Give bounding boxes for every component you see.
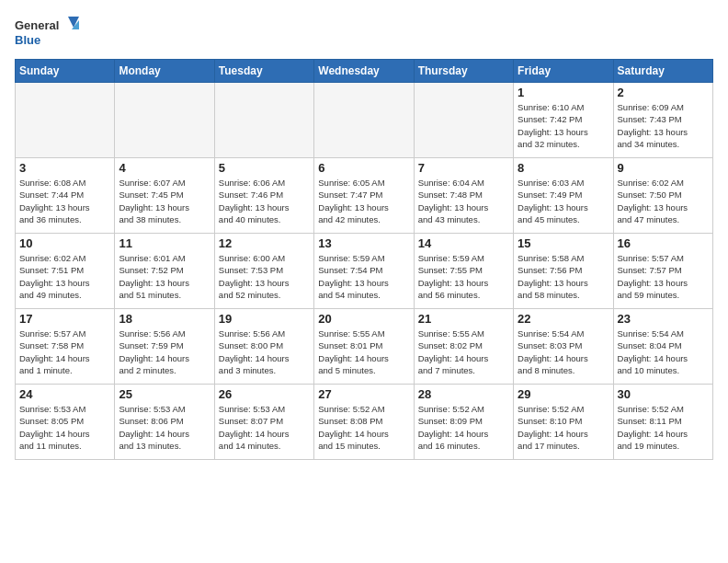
day-info: Sunrise: 5:52 AM Sunset: 8:10 PM Dayligh… (518, 403, 609, 452)
calendar-cell-4-0: 24Sunrise: 5:53 AM Sunset: 8:05 PM Dayli… (16, 385, 115, 460)
day-number: 29 (518, 387, 609, 401)
day-info: Sunrise: 6:05 AM Sunset: 7:47 PM Dayligh… (318, 177, 409, 225)
calendar-cell-0-2 (214, 83, 313, 158)
calendar-cell-0-1 (115, 83, 214, 158)
calendar-cell-2-4: 14Sunrise: 5:59 AM Sunset: 7:55 PM Dayli… (414, 234, 513, 309)
calendar-cell-1-5: 8Sunrise: 6:03 AM Sunset: 7:49 PM Daylig… (514, 158, 613, 234)
calendar-cell-2-1: 11Sunrise: 6:01 AM Sunset: 7:52 PM Dayli… (115, 234, 214, 309)
logo-svg: General Blue (15, 15, 79, 52)
week-row-1: 1Sunrise: 6:10 AM Sunset: 7:42 PM Daylig… (16, 83, 713, 158)
day-info: Sunrise: 6:06 AM Sunset: 7:46 PM Dayligh… (219, 177, 310, 225)
calendar-cell-1-4: 7Sunrise: 6:04 AM Sunset: 7:48 PM Daylig… (414, 158, 513, 234)
calendar-cell-0-3 (314, 83, 414, 158)
day-info: Sunrise: 5:53 AM Sunset: 8:07 PM Dayligh… (219, 403, 310, 452)
calendar-cell-2-6: 16Sunrise: 5:57 AM Sunset: 7:57 PM Dayli… (613, 234, 712, 309)
day-info: Sunrise: 6:07 AM Sunset: 7:45 PM Dayligh… (119, 177, 210, 225)
day-number: 4 (119, 161, 210, 175)
calendar-cell-1-1: 4Sunrise: 6:07 AM Sunset: 7:45 PM Daylig… (115, 158, 214, 234)
calendar-cell-3-4: 21Sunrise: 5:55 AM Sunset: 8:02 PM Dayli… (414, 309, 513, 385)
day-info: Sunrise: 5:55 AM Sunset: 8:02 PM Dayligh… (418, 327, 509, 376)
calendar-cell-0-4 (414, 83, 513, 158)
logo: General Blue (15, 15, 79, 52)
day-number: 27 (318, 387, 409, 401)
calendar-cell-3-5: 22Sunrise: 5:54 AM Sunset: 8:03 PM Dayli… (514, 309, 613, 385)
day-number: 26 (219, 387, 310, 401)
day-number: 15 (518, 236, 609, 250)
svg-text:General: General (15, 18, 59, 32)
day-number: 19 (219, 312, 310, 326)
week-row-5: 24Sunrise: 5:53 AM Sunset: 8:05 PM Dayli… (16, 385, 713, 460)
day-number: 1 (518, 86, 609, 99)
day-number: 7 (418, 161, 509, 175)
day-number: 11 (119, 236, 210, 250)
day-info: Sunrise: 5:58 AM Sunset: 7:56 PM Dayligh… (518, 252, 609, 301)
calendar-cell-0-5: 1Sunrise: 6:10 AM Sunset: 7:42 PM Daylig… (514, 83, 613, 158)
day-number: 24 (19, 387, 110, 401)
calendar-cell-4-3: 27Sunrise: 5:52 AM Sunset: 8:08 PM Dayli… (314, 385, 414, 460)
day-number: 30 (618, 387, 709, 401)
day-number: 25 (119, 387, 210, 401)
day-info: Sunrise: 5:54 AM Sunset: 8:03 PM Dayligh… (518, 327, 609, 376)
day-info: Sunrise: 5:56 AM Sunset: 7:59 PM Dayligh… (119, 327, 210, 376)
day-info: Sunrise: 5:53 AM Sunset: 8:06 PM Dayligh… (119, 403, 210, 452)
calendar-cell-4-2: 26Sunrise: 5:53 AM Sunset: 8:07 PM Dayli… (214, 385, 313, 460)
header-wednesday: Wednesday (314, 60, 414, 83)
day-info: Sunrise: 6:08 AM Sunset: 7:44 PM Dayligh… (19, 177, 110, 225)
day-number: 21 (418, 312, 509, 326)
day-number: 12 (219, 236, 310, 250)
day-number: 6 (318, 161, 409, 175)
calendar-cell-4-5: 29Sunrise: 5:52 AM Sunset: 8:10 PM Dayli… (514, 385, 613, 460)
day-info: Sunrise: 6:02 AM Sunset: 7:50 PM Dayligh… (618, 177, 709, 225)
header-monday: Monday (115, 60, 214, 83)
calendar-cell-4-4: 28Sunrise: 5:52 AM Sunset: 8:09 PM Dayli… (414, 385, 513, 460)
calendar-cell-4-6: 30Sunrise: 5:52 AM Sunset: 8:11 PM Dayli… (613, 385, 712, 460)
day-info: Sunrise: 6:01 AM Sunset: 7:52 PM Dayligh… (119, 252, 210, 301)
calendar-cell-4-1: 25Sunrise: 5:53 AM Sunset: 8:06 PM Dayli… (115, 385, 214, 460)
header-sunday: Sunday (16, 60, 115, 83)
day-info: Sunrise: 5:55 AM Sunset: 8:01 PM Dayligh… (318, 327, 409, 376)
day-number: 17 (19, 312, 110, 326)
calendar-cell-1-6: 9Sunrise: 6:02 AM Sunset: 7:50 PM Daylig… (613, 158, 712, 234)
day-number: 28 (418, 387, 509, 401)
calendar-cell-2-2: 12Sunrise: 6:00 AM Sunset: 7:53 PM Dayli… (214, 234, 313, 309)
day-info: Sunrise: 5:52 AM Sunset: 8:08 PM Dayligh… (318, 403, 409, 452)
day-info: Sunrise: 5:54 AM Sunset: 8:04 PM Dayligh… (618, 327, 709, 376)
header-thursday: Thursday (414, 60, 513, 83)
day-number: 10 (19, 236, 110, 250)
day-info: Sunrise: 5:56 AM Sunset: 8:00 PM Dayligh… (219, 327, 310, 376)
day-info: Sunrise: 5:57 AM Sunset: 7:58 PM Dayligh… (19, 327, 110, 376)
day-info: Sunrise: 5:59 AM Sunset: 7:54 PM Dayligh… (318, 252, 409, 301)
day-number: 23 (618, 312, 709, 326)
day-number: 8 (518, 161, 609, 175)
day-number: 14 (418, 236, 509, 250)
day-number: 3 (19, 161, 110, 175)
calendar-cell-1-0: 3Sunrise: 6:08 AM Sunset: 7:44 PM Daylig… (16, 158, 115, 234)
day-info: Sunrise: 6:10 AM Sunset: 7:42 PM Dayligh… (518, 101, 609, 150)
day-info: Sunrise: 6:02 AM Sunset: 7:51 PM Dayligh… (19, 252, 110, 301)
week-row-3: 10Sunrise: 6:02 AM Sunset: 7:51 PM Dayli… (16, 234, 713, 309)
day-number: 9 (618, 161, 709, 175)
header-tuesday: Tuesday (214, 60, 313, 83)
week-row-4: 17Sunrise: 5:57 AM Sunset: 7:58 PM Dayli… (16, 309, 713, 385)
calendar-cell-1-2: 5Sunrise: 6:06 AM Sunset: 7:46 PM Daylig… (214, 158, 313, 234)
calendar-cell-0-0 (16, 83, 115, 158)
calendar-header-row: SundayMondayTuesdayWednesdayThursdayFrid… (16, 60, 713, 83)
calendar-cell-2-3: 13Sunrise: 5:59 AM Sunset: 7:54 PM Dayli… (314, 234, 414, 309)
day-number: 13 (318, 236, 409, 250)
calendar-cell-1-3: 6Sunrise: 6:05 AM Sunset: 7:47 PM Daylig… (314, 158, 414, 234)
calendar-cell-3-3: 20Sunrise: 5:55 AM Sunset: 8:01 PM Dayli… (314, 309, 414, 385)
calendar-cell-3-1: 18Sunrise: 5:56 AM Sunset: 7:59 PM Dayli… (115, 309, 214, 385)
day-number: 5 (219, 161, 310, 175)
calendar-cell-0-6: 2Sunrise: 6:09 AM Sunset: 7:43 PM Daylig… (613, 83, 712, 158)
svg-text:Blue: Blue (15, 33, 40, 47)
day-info: Sunrise: 5:52 AM Sunset: 8:09 PM Dayligh… (418, 403, 509, 452)
day-number: 18 (119, 312, 210, 326)
calendar-cell-3-6: 23Sunrise: 5:54 AM Sunset: 8:04 PM Dayli… (613, 309, 712, 385)
day-info: Sunrise: 5:53 AM Sunset: 8:05 PM Dayligh… (19, 403, 110, 452)
day-info: Sunrise: 6:04 AM Sunset: 7:48 PM Dayligh… (418, 177, 509, 225)
page-header: General Blue (15, 15, 713, 52)
day-number: 22 (518, 312, 609, 326)
day-info: Sunrise: 6:03 AM Sunset: 7:49 PM Dayligh… (518, 177, 609, 225)
day-info: Sunrise: 6:09 AM Sunset: 7:43 PM Dayligh… (618, 101, 709, 150)
calendar-cell-3-0: 17Sunrise: 5:57 AM Sunset: 7:58 PM Dayli… (16, 309, 115, 385)
